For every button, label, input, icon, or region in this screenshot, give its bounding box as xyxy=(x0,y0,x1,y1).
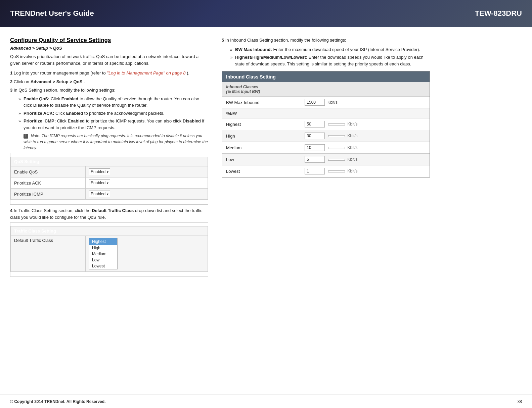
main-content: Configure Quality of Service Settings Ad… xyxy=(0,27,532,286)
bw-max-inbound-label: BW Max Inbound xyxy=(222,97,301,108)
highest-kbit-input[interactable] xyxy=(328,123,345,125)
header-title: TRENDnet User's Guide xyxy=(10,9,94,18)
low-kbit-input[interactable] xyxy=(328,159,345,161)
step-5-text: In Inbound Class Setting section, modify… xyxy=(225,38,346,43)
prioritize-icmp-select[interactable]: Enabled xyxy=(89,191,110,197)
bullet-enable-qos-label: Enable QoS: xyxy=(24,96,49,101)
prioritize-ack-select[interactable]: Enabled xyxy=(89,180,110,186)
note-text: Note: The ICMP requests are basically pi… xyxy=(24,134,208,150)
step-1-text: Log into your router management page (re… xyxy=(14,70,107,75)
table-row: Default Traffic Class Highest High Mediu… xyxy=(11,236,208,272)
highest-input[interactable]: 50 xyxy=(305,121,325,128)
step-5: 5 In Inbound Class Setting section, modi… xyxy=(222,37,430,44)
medium-unit: Kbit/s xyxy=(348,145,358,150)
table-row: Lowest 1 Kbit/s xyxy=(222,165,430,177)
traffic-class-table: Traffic Class Setting Default Traffic Cl… xyxy=(10,226,208,272)
medium-value: 10 Kbit/s xyxy=(301,142,414,154)
bullet-highest-lowest-label: Highest/High/Medium/Low/Lowest: xyxy=(235,55,307,60)
table-row: Low 5 Kbit/s xyxy=(222,154,430,165)
high-label: High xyxy=(222,130,301,142)
highest-value: 50 Kbit/s xyxy=(301,118,414,130)
bullet-highest-lowest: Highest/High/Medium/Low/Lowest: Enter th… xyxy=(230,54,430,67)
medium-label: Medium xyxy=(222,142,301,154)
medium-input[interactable]: 10 xyxy=(305,144,325,151)
highest-extra xyxy=(414,118,430,130)
footer-page-number: 38 xyxy=(518,399,522,404)
inbound-subheader-row: Inbound Classes(% Max Input BW) xyxy=(222,82,430,97)
step-4-text: In Traffic Class Setting section, click … xyxy=(14,208,92,213)
table-row: Prioritize ACK Enabled xyxy=(11,177,208,189)
intro-text: QoS involves prioritization of network t… xyxy=(10,53,208,66)
page-footer: © Copyright 2014 TRENDnet. All Rights Re… xyxy=(0,395,532,408)
enable-qos-select[interactable]: Enabled xyxy=(89,168,110,175)
bullet-prioritize-ack: Prioritize ACK: Click Enabled to priorit… xyxy=(18,110,208,117)
table-row: High 30 Kbit/s xyxy=(222,130,430,142)
table-row: BW Max Inbound 1500 Kbit/s xyxy=(222,97,430,108)
low-value: 5 Kbit/s xyxy=(301,154,414,165)
step-1-end: ). xyxy=(187,70,189,75)
bullet-prioritize-icmp: Prioritize ICMP: Click Enabled to priori… xyxy=(18,118,208,131)
low-input[interactable]: 5 xyxy=(305,156,325,163)
lowest-label: Lowest xyxy=(222,165,301,177)
medium-kbit-input[interactable] xyxy=(328,147,345,149)
high-input[interactable]: 30 xyxy=(305,133,325,139)
default-traffic-class-value: Highest High Medium Low Lowest xyxy=(86,236,208,272)
step-2-bold: Advanced > Setup > QoS xyxy=(31,79,83,84)
bw-max-unit: Kbit/s xyxy=(327,100,338,105)
step-2-text: Click on xyxy=(14,79,31,84)
page-header: TRENDnet User's Guide TEW-823DRU xyxy=(0,0,532,27)
qos-enable-value: Enabled xyxy=(86,166,208,177)
page-title: Configure Quality of Service Settings xyxy=(10,37,208,44)
medium-extra xyxy=(414,142,430,154)
step-1-link: "Log in to Management Page" on page 8 xyxy=(107,70,185,75)
bullet-bw-max-label: BW Max Inbound: xyxy=(235,47,272,52)
inbound-subheader-value xyxy=(301,82,414,97)
highest-label: Highest xyxy=(222,118,301,130)
table-row: Enable QoS Enabled xyxy=(11,166,208,177)
traffic-class-table-container: Traffic Class Setting Default Traffic Cl… xyxy=(10,222,208,277)
dropdown-item-high[interactable]: High xyxy=(89,245,117,251)
inbound-class-table-container: Inbound Class Setting Inbound Classes(% … xyxy=(222,71,430,177)
step-3-text: In QoS Setting section, modify the follo… xyxy=(14,88,116,93)
bullet-prioritize-icmp-label: Prioritize ICMP: xyxy=(24,118,56,123)
bullet-prioritize-ack-text: Click Enabled to prioritize the acknowle… xyxy=(55,111,164,116)
lowest-input[interactable]: 1 xyxy=(305,168,325,174)
dropdown-item-lowest[interactable]: Lowest xyxy=(89,263,117,269)
inbound-subheader-unit xyxy=(414,82,430,97)
step-2-number: 2 xyxy=(10,79,14,84)
table-row: %BW xyxy=(222,108,430,118)
bullet-enable-qos-text: Click Enabled to allow the Quality of se… xyxy=(24,96,199,108)
note-icon: 1 xyxy=(24,134,28,139)
dropdown-item-low[interactable]: Low xyxy=(89,257,117,263)
right-column: 5 In Inbound Class Setting section, modi… xyxy=(222,37,430,279)
inbound-table-header: Inbound Class Setting xyxy=(222,71,430,82)
traffic-table-header: Traffic Class Setting xyxy=(11,226,208,236)
bw-max-extra xyxy=(414,97,430,108)
qos-prioritize-icmp-label: Prioritize ICMP xyxy=(11,189,86,200)
qos-setting-table-container: QoS Setting Enable QoS Enabled Prioritiz… xyxy=(10,153,208,205)
bullet-bw-max-text: Enter the maximum download speed of your… xyxy=(273,47,420,52)
table-row: Prioritize ICMP Enabled xyxy=(11,189,208,200)
step-3: 3 In QoS Setting section, modify the fol… xyxy=(10,87,208,94)
step-2: 2 Click on Advanced > Setup > QoS . xyxy=(10,79,208,85)
dropdown-item-medium[interactable]: Medium xyxy=(89,251,117,257)
table-row: Highest 50 Kbit/s xyxy=(222,118,430,130)
dropdown-selected: Highest xyxy=(89,238,117,245)
step-2-end: . xyxy=(84,79,85,84)
footer-copyright: © Copyright 2014 TRENDnet. All Rights Re… xyxy=(10,399,105,404)
highest-unit: Kbit/s xyxy=(348,122,358,126)
low-unit: Kbit/s xyxy=(348,157,358,162)
qos-enable-label: Enable QoS xyxy=(11,166,86,177)
bw-max-input[interactable]: 1500 xyxy=(305,99,325,106)
bullet-enable-qos: Enable QoS: Click Enabled to allow the Q… xyxy=(18,96,208,109)
header-model: TEW-823DRU xyxy=(475,9,522,18)
qos-prioritize-icmp-value: Enabled xyxy=(86,189,208,200)
high-kbit-input[interactable] xyxy=(328,135,345,137)
bullet-bw-max: BW Max Inbound: Enter the maximum downlo… xyxy=(230,46,430,53)
lowest-kbit-input[interactable] xyxy=(328,170,345,172)
bullet-prioritize-ack-label: Prioritize ACK: xyxy=(24,111,54,116)
step-4-bold: Default Traffic Class xyxy=(92,208,134,213)
step-4: 4 In Traffic Class Setting section, clic… xyxy=(10,207,208,220)
low-label: Low xyxy=(222,154,301,165)
traffic-class-dropdown[interactable]: Highest High Medium Low Lowest xyxy=(89,238,118,269)
